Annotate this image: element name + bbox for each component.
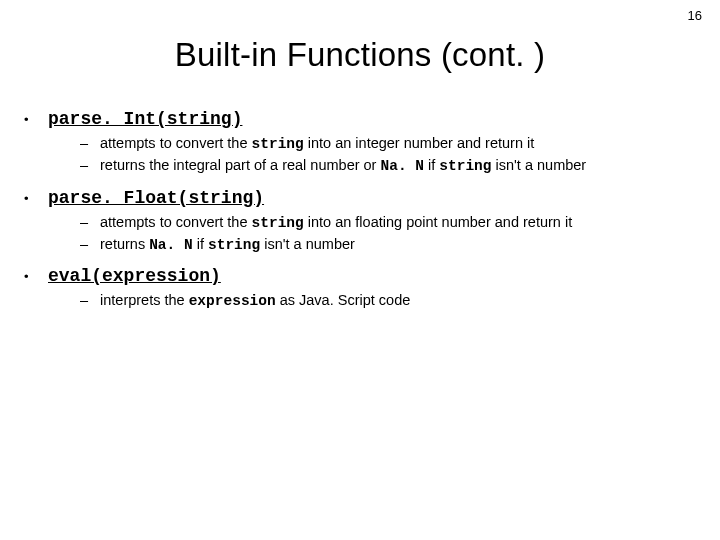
bullet-label: parse. Float(string) (48, 188, 264, 208)
sub-item: – returns the integral part of a real nu… (80, 155, 704, 176)
bullet-label: eval(expression) (48, 266, 221, 286)
sub-text: attempts to convert the string into an f… (100, 212, 704, 233)
page-number: 16 (688, 8, 702, 23)
slide-title: Built-in Functions (cont. ) (0, 36, 720, 74)
sub-text: interprets the expression as Java. Scrip… (100, 290, 704, 311)
bullet-item: • parse. Float(string) (24, 187, 704, 208)
sub-text: returns the integral part of a real numb… (100, 155, 704, 176)
sub-list: – attempts to convert the string into an… (80, 133, 704, 177)
bullet-item: • parse. Int(string) (24, 108, 704, 129)
sub-item: – attempts to convert the string into an… (80, 212, 704, 233)
dash-marker: – (80, 155, 100, 175)
content-area: • parse. Int(string) – attempts to conve… (0, 108, 720, 311)
sub-text: returns Na. N if string isn't a number (100, 234, 704, 255)
bullet-item: • eval(expression) (24, 265, 704, 286)
dash-marker: – (80, 234, 100, 254)
dash-marker: – (80, 133, 100, 153)
bullet-label: parse. Int(string) (48, 109, 242, 129)
bullet-marker: • (24, 108, 48, 126)
bullet-marker: • (24, 265, 48, 283)
sub-item: – interprets the expression as Java. Scr… (80, 290, 704, 311)
sub-list: – interprets the expression as Java. Scr… (80, 290, 704, 311)
sub-list: – attempts to convert the string into an… (80, 212, 704, 256)
sub-text: attempts to convert the string into an i… (100, 133, 704, 154)
sub-item: – attempts to convert the string into an… (80, 133, 704, 154)
sub-item: – returns Na. N if string isn't a number (80, 234, 704, 255)
bullet-marker: • (24, 187, 48, 205)
dash-marker: – (80, 212, 100, 232)
dash-marker: – (80, 290, 100, 310)
